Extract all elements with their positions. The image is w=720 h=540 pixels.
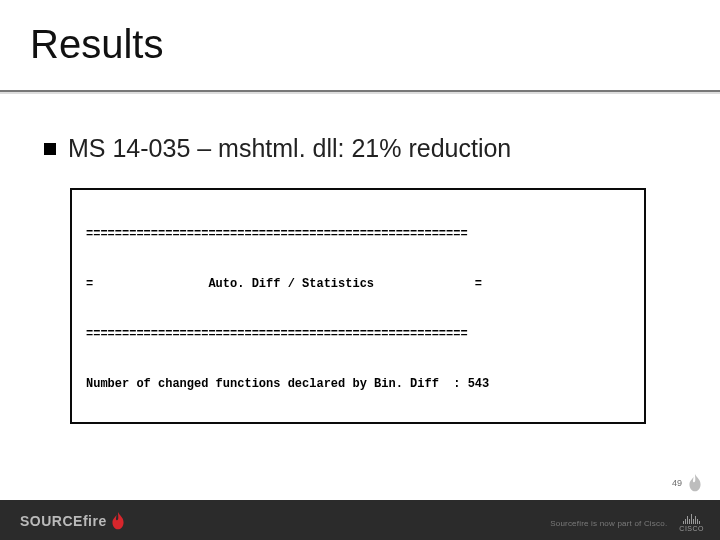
brand-text: SOURCEfire (20, 513, 107, 529)
page-number-area: 49 (672, 474, 702, 492)
cisco-logo: CISCO (679, 514, 704, 532)
slide: Results MS 14-035 – mshtml. dll: 21% red… (0, 0, 720, 540)
footer-tagline: Sourcefire is now part of Cisco. (550, 519, 667, 528)
page-title: Results (30, 22, 163, 67)
footer-bar: SOURCEfire Sourcefire is now part of Cis… (0, 500, 720, 540)
footer-right: Sourcefire is now part of Cisco. CISCO (550, 514, 704, 532)
cisco-text: CISCO (679, 525, 704, 532)
flame-icon (111, 512, 125, 530)
bullet-item: MS 14-035 – mshtml. dll: 21% reduction (44, 134, 511, 163)
code-separator: ========================================… (86, 228, 630, 240)
flame-icon (688, 474, 702, 492)
code-row: Number of changed functions declared by … (86, 378, 630, 390)
slide-number: 49 (672, 478, 682, 488)
bullet-marker (44, 143, 56, 155)
code-separator: ========================================… (86, 328, 630, 340)
cisco-bars-icon (683, 514, 700, 524)
title-underline (0, 90, 720, 94)
bullet-text: MS 14-035 – mshtml. dll: 21% reduction (68, 134, 511, 163)
footer-brand: SOURCEfire (20, 512, 125, 530)
code-panel: ========================================… (70, 188, 646, 424)
code-header: = Auto. Diff / Statistics = (86, 278, 630, 290)
